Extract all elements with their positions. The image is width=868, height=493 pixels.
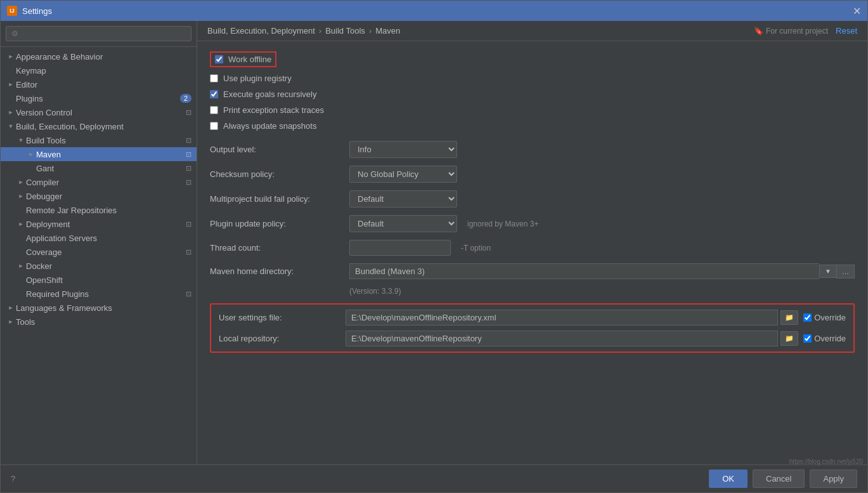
print-exception-row: Print exception stack traces <box>210 105 855 115</box>
sidebar-item-deployment[interactable]: Deployment ⊡ <box>1 217 197 231</box>
help-button[interactable]: ? <box>11 474 15 483</box>
maven-home-label: Maven home directory: <box>210 266 349 276</box>
close-button[interactable]: ✕ <box>853 5 861 17</box>
execute-goals-checkbox[interactable] <box>210 90 218 98</box>
ext-icon: ⊡ <box>186 164 191 173</box>
arrow-icon <box>16 261 26 271</box>
main-content: Appearance & Behavior Keymap Editor Plug… <box>1 21 867 464</box>
footer: ? OK Cancel Apply <box>1 464 867 492</box>
ext-icon: ⊡ <box>186 220 191 228</box>
sidebar-item-label: Version Control <box>16 108 183 117</box>
maven-home-browse-btn[interactable]: … <box>836 265 855 279</box>
checksum-policy-select[interactable]: No Global Policy Strict Lax <box>349 166 457 183</box>
thread-count-hint: -T option <box>461 244 491 253</box>
sidebar-item-label: Editor <box>16 80 191 89</box>
plugin-update-select[interactable]: Default Always Never <box>349 215 457 232</box>
maven-home-dropdown-btn[interactable]: ▼ <box>819 265 836 278</box>
local-repo-override-label: Override <box>814 334 846 343</box>
arrow-icon <box>16 191 26 201</box>
arrow-icon <box>6 317 16 327</box>
work-offline-checkbox[interactable] <box>215 55 223 63</box>
sidebar-tree: Appearance & Behavior Keymap Editor Plug… <box>1 47 197 464</box>
search-box <box>1 21 197 47</box>
sidebar-item-tools[interactable]: Tools <box>1 315 197 329</box>
sidebar-item-label: Build Tools <box>26 136 183 145</box>
use-plugin-registry-row: Use plugin registry <box>210 74 855 83</box>
sidebar-item-label: Maven <box>36 150 183 159</box>
reset-link[interactable]: Reset <box>836 26 857 36</box>
output-level-select[interactable]: Info Debug Quiet <box>349 141 457 158</box>
breadcrumb-part3: Maven <box>375 26 400 36</box>
breadcrumb-sep2: › <box>369 26 372 36</box>
sidebar-item-label: Languages & Frameworks <box>16 303 191 313</box>
maven-version-text: (Version: 3.3.9) <box>210 287 855 296</box>
checksum-policy-label: Checksum policy: <box>210 169 349 179</box>
user-settings-label: User settings file: <box>219 313 346 322</box>
always-update-checkbox[interactable] <box>210 122 218 130</box>
user-settings-input[interactable] <box>346 310 778 325</box>
cancel-button[interactable]: Cancel <box>753 470 805 488</box>
sidebar-item-coverage[interactable]: Coverage ⊡ <box>1 245 197 259</box>
thread-count-input[interactable] <box>349 240 451 256</box>
sidebar-item-keymap[interactable]: Keymap <box>1 63 197 77</box>
breadcrumb-sep1: › <box>319 26 321 36</box>
print-exception-checkbox[interactable] <box>210 106 218 114</box>
multiproject-row: Multiproject build fail policy: Default … <box>210 190 855 207</box>
local-repo-browse-btn[interactable]: 📁 <box>781 331 798 346</box>
sidebar-item-label: Build, Execution, Deployment <box>16 122 191 131</box>
local-repo-override-checkbox[interactable] <box>803 334 812 343</box>
sidebar-item-appearance[interactable]: Appearance & Behavior <box>1 49 197 63</box>
sidebar-item-version-control[interactable]: Version Control ⊡ <box>1 105 197 119</box>
ext-icon: ⊡ <box>186 108 191 117</box>
arrow-icon <box>6 303 16 313</box>
sidebar-item-remote-jar[interactable]: Remote Jar Repositories <box>1 203 197 217</box>
user-settings-override-checkbox[interactable] <box>803 313 812 322</box>
plugins-badge: 2 <box>180 94 191 103</box>
sidebar-item-gant[interactable]: Gant ⊡ <box>1 161 197 175</box>
ext-icon: ⊡ <box>186 290 191 298</box>
sidebar-item-label: Debugger <box>26 192 191 201</box>
sidebar-item-docker[interactable]: Docker <box>1 259 197 273</box>
user-settings-browse-btn[interactable]: 📁 <box>781 310 798 325</box>
breadcrumb-part2: Build Tools <box>325 26 365 36</box>
plugin-update-label: Plugin update policy: <box>210 219 349 228</box>
arrow-icon <box>16 177 26 187</box>
sidebar-item-openshift[interactable]: OpenShift <box>1 273 197 287</box>
thread-count-row: Thread count: -T option <box>210 240 855 256</box>
sidebar-item-build-tools[interactable]: Build Tools ⊡ <box>1 133 197 147</box>
multiproject-select[interactable]: Default Fail Fast Fail Never <box>349 190 457 207</box>
svg-text:IJ: IJ <box>10 8 15 14</box>
sidebar: Appearance & Behavior Keymap Editor Plug… <box>1 21 197 464</box>
sidebar-item-label: Compiler <box>26 178 183 187</box>
sidebar-item-debugger[interactable]: Debugger <box>1 189 197 203</box>
work-offline-label: Work offline <box>228 55 271 64</box>
sidebar-item-languages[interactable]: Languages & Frameworks <box>1 301 197 315</box>
local-repo-row: Local repository: 📁 Override <box>219 331 846 346</box>
bookmark-icon: 🔖 <box>754 27 763 36</box>
maven-home-input[interactable] <box>349 263 819 279</box>
sidebar-item-label: Tools <box>16 317 191 327</box>
sidebar-item-build-exec[interactable]: Build, Execution, Deployment <box>1 119 197 133</box>
arrow-icon <box>6 79 16 89</box>
arrow-icon <box>6 121 16 131</box>
plugin-update-row: Plugin update policy: Default Always Nev… <box>210 215 855 232</box>
sidebar-item-label: OpenShift <box>26 275 191 285</box>
sidebar-item-label: Application Servers <box>26 233 191 243</box>
work-offline-row: Work offline <box>215 55 271 64</box>
use-plugin-registry-checkbox[interactable] <box>210 74 218 82</box>
sidebar-item-label: Deployment <box>26 220 183 229</box>
window-title: Settings <box>22 6 52 16</box>
sidebar-item-required-plugins[interactable]: Required Plugins ⊡ <box>1 287 197 301</box>
search-input[interactable] <box>6 26 191 41</box>
sidebar-item-compiler[interactable]: Compiler ⊡ <box>1 175 197 189</box>
sidebar-item-plugins[interactable]: Plugins 2 <box>1 91 197 105</box>
ok-button[interactable]: OK <box>709 470 748 488</box>
sidebar-item-maven[interactable]: Maven ⊡ <box>1 147 197 161</box>
local-repo-input[interactable] <box>346 331 778 346</box>
sidebar-item-app-servers[interactable]: Application Servers <box>1 231 197 245</box>
watermark: https://blog.csdn.net/jx520 <box>789 458 863 465</box>
maven-settings-panel: Work offline Use plugin registry Execute… <box>197 41 867 464</box>
sidebar-item-editor[interactable]: Editor <box>1 77 197 91</box>
sidebar-item-label: Appearance & Behavior <box>16 52 191 62</box>
apply-button[interactable]: Apply <box>810 470 857 488</box>
